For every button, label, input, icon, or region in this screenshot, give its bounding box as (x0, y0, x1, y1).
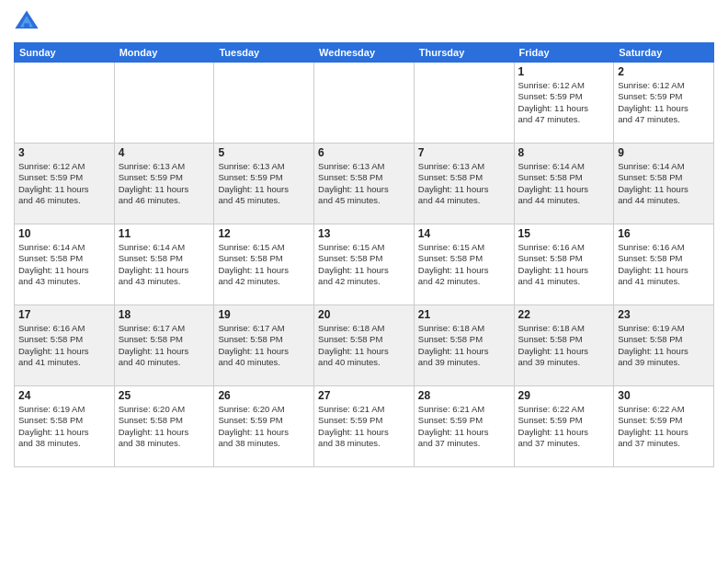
calendar-cell: 16Sunrise: 6:16 AMSunset: 5:58 PMDayligh… (614, 224, 714, 305)
cell-content: Sunrise: 6:14 AM (618, 161, 710, 172)
cell-content: Daylight: 11 hours (618, 346, 710, 357)
cell-content: Sunrise: 6:21 AM (318, 404, 410, 415)
cell-content: and 44 minutes. (518, 195, 610, 206)
cell-content: Sunset: 5:58 PM (418, 172, 510, 183)
calendar-cell (214, 63, 314, 144)
day-number: 17 (18, 308, 110, 321)
cell-content: Sunrise: 6:18 AM (418, 323, 510, 334)
cell-content: and 42 minutes. (218, 276, 310, 287)
cell-content: and 37 minutes. (418, 438, 510, 449)
cell-content: Daylight: 11 hours (418, 346, 510, 357)
cell-content: Sunrise: 6:18 AM (318, 323, 410, 334)
cell-content: Daylight: 11 hours (418, 184, 510, 195)
calendar-cell: 1Sunrise: 6:12 AMSunset: 5:59 PMDaylight… (514, 63, 614, 144)
cell-content: Sunset: 5:58 PM (119, 253, 210, 264)
calendar-cell: 7Sunrise: 6:13 AMSunset: 5:58 PMDaylight… (414, 144, 514, 224)
day-number: 13 (318, 227, 410, 240)
cell-content: Daylight: 11 hours (18, 427, 110, 438)
cell-content: Sunset: 5:58 PM (418, 253, 510, 264)
calendar-cell: 24Sunrise: 6:19 AMSunset: 5:58 PMDayligh… (15, 386, 115, 467)
day-number: 30 (618, 389, 710, 402)
cell-content: and 38 minutes. (218, 438, 310, 449)
calendar-cell: 17Sunrise: 6:16 AMSunset: 5:58 PMDayligh… (15, 305, 115, 386)
cell-content: Sunrise: 6:16 AM (618, 242, 710, 253)
cell-content: Sunrise: 6:21 AM (418, 404, 510, 415)
day-number: 18 (119, 308, 210, 321)
header (14, 9, 714, 35)
calendar-cell (15, 63, 115, 144)
cell-content: Daylight: 11 hours (119, 427, 210, 438)
day-number: 25 (119, 389, 210, 402)
cell-content: Sunrise: 6:14 AM (119, 242, 210, 253)
cell-content: Sunrise: 6:16 AM (518, 242, 610, 253)
cell-content: Sunrise: 6:12 AM (18, 161, 110, 172)
cell-content: and 42 minutes. (418, 276, 510, 287)
calendar-cell: 21Sunrise: 6:18 AMSunset: 5:58 PMDayligh… (414, 305, 514, 386)
cell-content: Sunrise: 6:19 AM (618, 323, 710, 334)
cell-content: and 41 minutes. (618, 276, 710, 287)
cell-content: and 45 minutes. (318, 195, 410, 206)
cell-content: Sunset: 5:58 PM (518, 172, 610, 183)
calendar-cell (314, 63, 415, 144)
calendar-cell: 10Sunrise: 6:14 AMSunset: 5:58 PMDayligh… (15, 224, 115, 305)
cell-content: Daylight: 11 hours (418, 427, 510, 438)
calendar-cell: 18Sunrise: 6:17 AMSunset: 5:58 PMDayligh… (114, 305, 214, 386)
svg-rect-2 (24, 23, 29, 29)
cell-content: and 40 minutes. (119, 357, 210, 368)
cell-content: Sunset: 5:58 PM (119, 415, 210, 426)
calendar: SundayMondayTuesdayWednesdayThursdayFrid… (14, 42, 714, 467)
header-row: SundayMondayTuesdayWednesdayThursdayFrid… (15, 43, 714, 63)
cell-content: Sunset: 5:59 PM (518, 415, 610, 426)
cell-content: Daylight: 11 hours (218, 427, 310, 438)
day-number: 10 (18, 227, 110, 240)
cell-content: Sunrise: 6:22 AM (618, 404, 710, 415)
cell-content: Sunset: 5:59 PM (119, 172, 210, 183)
calendar-cell: 2Sunrise: 6:12 AMSunset: 5:59 PMDaylight… (614, 63, 714, 144)
cell-content: Sunrise: 6:12 AM (618, 80, 710, 91)
calendar-cell: 5Sunrise: 6:13 AMSunset: 5:59 PMDaylight… (214, 144, 314, 224)
cell-content: Sunrise: 6:20 AM (218, 404, 310, 415)
day-header-thursday: Thursday (414, 43, 514, 63)
week-row-3: 10Sunrise: 6:14 AMSunset: 5:58 PMDayligh… (15, 224, 714, 305)
cell-content: Sunset: 5:58 PM (318, 253, 410, 264)
day-number: 8 (518, 146, 610, 159)
calendar-cell: 23Sunrise: 6:19 AMSunset: 5:58 PMDayligh… (614, 305, 714, 386)
cell-content: Daylight: 11 hours (18, 346, 110, 357)
cell-content: Sunrise: 6:13 AM (218, 161, 310, 172)
cell-content: Daylight: 11 hours (18, 184, 110, 195)
day-header-monday: Monday (114, 43, 214, 63)
cell-content: Sunset: 5:58 PM (18, 253, 110, 264)
cell-content: and 39 minutes. (418, 357, 510, 368)
calendar-cell: 6Sunrise: 6:13 AMSunset: 5:58 PMDaylight… (314, 144, 415, 224)
cell-content: Daylight: 11 hours (18, 265, 110, 276)
cell-content: Daylight: 11 hours (518, 103, 610, 114)
calendar-cell: 9Sunrise: 6:14 AMSunset: 5:58 PMDaylight… (614, 144, 714, 224)
day-header-saturday: Saturday (614, 43, 714, 63)
day-number: 26 (218, 389, 310, 402)
cell-content: Sunrise: 6:14 AM (18, 242, 110, 253)
cell-content: Daylight: 11 hours (518, 265, 610, 276)
cell-content: Sunset: 5:58 PM (518, 334, 610, 345)
cell-content: Daylight: 11 hours (318, 346, 410, 357)
cell-content: Sunset: 5:58 PM (318, 172, 410, 183)
calendar-cell: 11Sunrise: 6:14 AMSunset: 5:58 PMDayligh… (114, 224, 214, 305)
day-number: 4 (119, 146, 210, 159)
cell-content: Sunset: 5:59 PM (618, 415, 710, 426)
cell-content: and 43 minutes. (18, 276, 110, 287)
cell-content: Daylight: 11 hours (518, 346, 610, 357)
cell-content: Sunrise: 6:20 AM (119, 404, 210, 415)
cell-content: and 39 minutes. (518, 357, 610, 368)
day-number: 20 (318, 308, 410, 321)
cell-content: Daylight: 11 hours (218, 346, 310, 357)
calendar-cell (114, 63, 214, 144)
cell-content: Sunset: 5:59 PM (618, 91, 710, 102)
cell-content: Sunset: 5:58 PM (518, 253, 610, 264)
cell-content: Sunset: 5:58 PM (18, 334, 110, 345)
cell-content: and 38 minutes. (18, 438, 110, 449)
cell-content: and 45 minutes. (218, 195, 310, 206)
cell-content: Sunset: 5:58 PM (418, 334, 510, 345)
cell-content: Daylight: 11 hours (618, 265, 710, 276)
cell-content: and 41 minutes. (518, 276, 610, 287)
calendar-cell: 8Sunrise: 6:14 AMSunset: 5:58 PMDaylight… (514, 144, 614, 224)
cell-content: Sunset: 5:59 PM (18, 172, 110, 183)
